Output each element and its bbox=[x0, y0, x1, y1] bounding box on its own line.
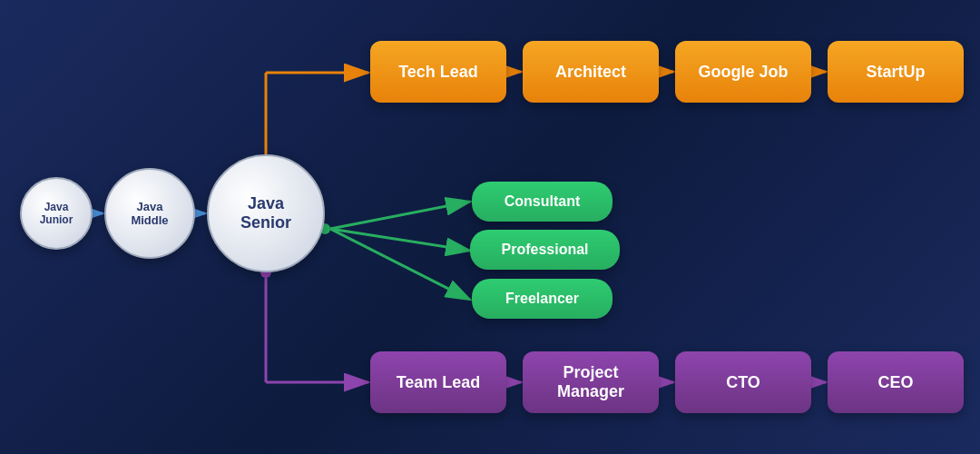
svg-line-14 bbox=[330, 229, 470, 300]
cto-node: CTO bbox=[675, 351, 811, 413]
java-middle-label: JavaMiddle bbox=[131, 200, 168, 227]
svg-line-12 bbox=[330, 202, 470, 229]
freelancer-label: Freelancer bbox=[505, 291, 579, 307]
startup-label: StartUp bbox=[866, 63, 925, 82]
tech-lead-node: Tech Lead bbox=[370, 41, 506, 103]
professional-label: Professional bbox=[501, 242, 588, 258]
architect-label: Architect bbox=[555, 63, 626, 82]
svg-line-13 bbox=[330, 229, 470, 251]
google-job-node: Google Job bbox=[675, 41, 811, 103]
consultant-node: Consultant bbox=[472, 182, 612, 222]
freelancer-node: Freelancer bbox=[472, 279, 612, 319]
team-lead-node: Team Lead bbox=[370, 351, 506, 413]
java-senior-node: JavaSenior bbox=[207, 154, 325, 272]
project-manager-node: ProjectManager bbox=[523, 351, 659, 413]
java-senior-label: JavaSenior bbox=[240, 194, 291, 232]
tech-lead-label: Tech Lead bbox=[398, 63, 478, 82]
ceo-node: CEO bbox=[828, 351, 964, 413]
architect-node: Architect bbox=[523, 41, 659, 103]
cto-label: CTO bbox=[726, 373, 760, 392]
java-junior-label: JavaJunior bbox=[40, 201, 74, 226]
java-junior-node: JavaJunior bbox=[20, 177, 93, 250]
java-middle-node: JavaMiddle bbox=[104, 168, 195, 259]
project-manager-label: ProjectManager bbox=[557, 363, 624, 401]
startup-node: StartUp bbox=[828, 41, 964, 103]
google-job-label: Google Job bbox=[699, 63, 789, 82]
professional-node: Professional bbox=[470, 230, 620, 270]
ceo-label: CEO bbox=[877, 373, 913, 392]
team-lead-label: Team Lead bbox=[397, 373, 481, 392]
consultant-label: Consultant bbox=[505, 193, 581, 210]
